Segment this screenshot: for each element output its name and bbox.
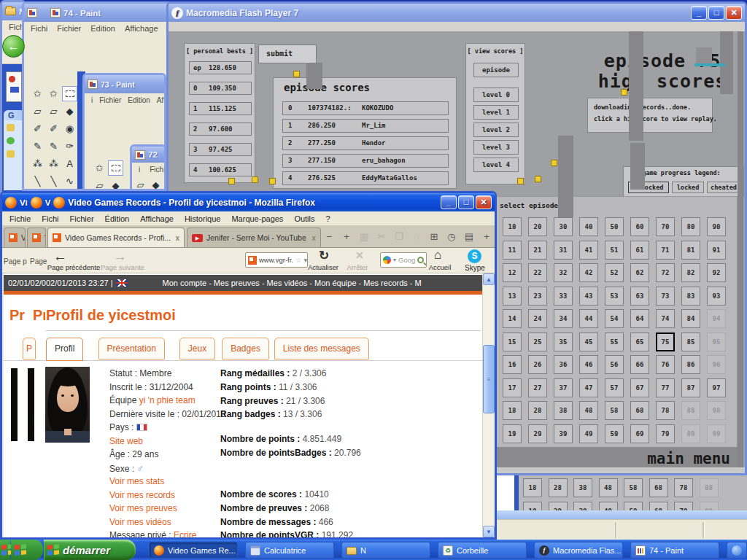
new-tab-icon[interactable]: + [479,230,494,244]
legend-locked[interactable]: locked [672,182,704,193]
tab-stub[interactable]: P [23,338,36,359]
episode-cell-28[interactable]: 28 [528,401,547,420]
cut-icon[interactable]: ✂ [374,230,389,244]
scrollbar-thumb[interactable]: ≡ [483,345,495,413]
personal-best-row[interactable]: 397.425 [189,143,252,156]
brush-tool-icon[interactable]: ✑ [62,139,77,154]
stop-icon[interactable]: ✕ [355,249,364,261]
episode-cell-38[interactable]: 38 [554,401,573,420]
paint73-menubar[interactable]: iFichierEditionAf [86,93,164,106]
episode-cell-17[interactable]: 17 [503,378,522,397]
back-icon[interactable]: ← [53,249,67,265]
episode-cell-95[interactable]: 95 [707,332,726,351]
firefox-menubar[interactable]: FichieFichiFichierÉditionAffichageHistor… [4,211,495,225]
new-window-icon[interactable]: ⊞ [427,230,441,244]
taskbar-item-macromedia-flas-[interactable]: fMacromedia Flas... [534,542,623,559]
maximize-button[interactable]: □ [458,195,474,209]
history-icon[interactable]: ◷ [444,230,459,244]
submit-button[interactable]: submit [258,44,317,63]
info-link[interactable]: Voir mes vidéos [109,517,171,527]
eraser-tool-icon[interactable]: ▱ [92,178,107,191]
scroll-down-button[interactable]: ▼ [483,526,495,537]
spinner-icon[interactable]: ◌ [409,230,424,244]
free-select-tool-icon[interactable]: ✩ [92,160,107,176]
tab-stub[interactable]: V [27,228,46,247]
episode-cell-12[interactable]: 12 [503,263,522,282]
episode-cell-83[interactable]: 83 [681,287,700,306]
episode-score-row[interactable]: 2277.250Hendor [282,136,449,150]
personal-best-row[interactable]: ep128.650 [189,61,252,74]
episode-cell-89[interactable]: 89 [681,424,700,443]
airbrush-tool-icon[interactable]: ⁂ [30,156,45,171]
episode-cell-50[interactable]: 50 [605,217,624,236]
magnifier-tool-icon[interactable]: ◉ [62,121,77,136]
episode-cell-86[interactable]: 86 [681,355,700,374]
episode-cell-39[interactable]: 39 [554,424,573,443]
episode-cell-62[interactable]: 62 [630,263,649,282]
episode-cell-84[interactable]: 84 [681,309,700,328]
episode-cell-25[interactable]: 25 [528,332,547,351]
back-button-explorer[interactable]: ← [2,35,25,58]
menu-item-outils[interactable]: Outils [294,214,314,223]
episode-cell-24[interactable]: 24 [528,309,547,328]
pencil-tool-icon[interactable]: ✎ [46,139,61,154]
episode-cell-33[interactable]: 33 [554,287,573,306]
menu-item-edition[interactable]: Edition [90,24,115,33]
episode-cell-42[interactable]: 42 [579,263,598,282]
episode-cell-71[interactable]: 71 [656,241,675,260]
episode-cell-36[interactable]: 36 [554,355,573,374]
task-pane-icon[interactable] [7,124,15,131]
taskbar-item-corbeille[interactable]: ♻Corbeille [438,542,527,559]
menu-item-affichage[interactable]: Affichage [140,214,174,223]
forward-button-label[interactable]: Page suivante [96,263,150,271]
menu-item-édition[interactable]: Édition [105,214,130,223]
episode-cell-76[interactable]: 76 [656,355,675,374]
stop-button-label[interactable]: Arrêter [339,263,376,271]
menu-item-historique[interactable]: Historique [185,214,221,223]
url-input[interactable]: www.vgr-fr. ☆ ▾ [245,252,308,268]
main-menu-button[interactable]: main menu [647,450,730,467]
n-window-menubar[interactable]: Fichie [4,20,24,34]
task-pane-icon[interactable] [7,137,15,144]
episode-cell-64[interactable]: 64 [630,309,649,328]
episode-cell-92[interactable]: 92 [707,263,726,282]
view-scores-episode[interactable]: episode [473,63,519,77]
episode-cell-27[interactable]: 27 [528,378,547,397]
tab-profil[interactable]: Profil [46,338,83,361]
firefox-titlebar[interactable]: Vi V Video Games Records - Profil de yic… [2,193,495,211]
episode-cell-99[interactable]: 99 [707,424,726,443]
refresh-icon[interactable]: ↻ [319,248,329,263]
personal-best-row[interactable]: 297.600 [189,122,252,136]
menu-item-af[interactable]: Af [157,96,163,104]
episode-cell-34[interactable]: 34 [554,309,573,328]
episode-cell-98[interactable]: 98 [707,401,726,420]
episode-cell-73[interactable]: 73 [656,287,675,306]
view-scores-level-2[interactable]: level 2 [473,122,519,137]
menu-item-?[interactable]: ? [326,214,330,223]
episode-cell-80[interactable]: 80 [681,217,700,236]
menu-item-fichier[interactable]: Fichier [70,214,94,223]
episode-cell-66[interactable]: 66 [630,355,649,374]
episode-cell-96[interactable]: 96 [707,355,726,374]
home-button-label[interactable]: Accueil [421,263,459,271]
episode-cell-77[interactable]: 77 [656,378,675,397]
n-window-titlebar[interactable]: N [2,2,24,20]
episode-cell-55[interactable]: 55 [605,332,624,351]
episode-cell-13[interactable]: 13 [503,287,522,306]
select-tool-icon[interactable] [108,160,123,176]
eraser-tool-icon[interactable]: ▱ [133,177,147,191]
menu-item-affichage[interactable]: Affichage [125,24,158,33]
episode-cell-29[interactable]: 29 [528,424,547,443]
paint73-titlebar[interactable]: 73 - Paint [85,75,164,93]
airbrush-tool-icon[interactable]: ⁂ [46,156,61,171]
menu-item-fichier[interactable]: Fichier [57,24,81,33]
free-select-tool-icon[interactable]: ✩ [46,86,61,101]
menu-item-marque-pages[interactable]: Marque-pages [231,214,283,223]
tab-vgr-profile[interactable]: Video Games Records - Profi... x [47,228,185,247]
info-link[interactable]: Ecrire [174,530,196,537]
color-picker-tool-icon[interactable]: ✐ [30,121,45,136]
episode-cell-78[interactable]: 78 [656,401,675,420]
episode-cell-79[interactable]: 79 [656,424,675,443]
tab-close-icon[interactable]: x [175,234,179,242]
episode-cell-51[interactable]: 51 [605,241,624,260]
